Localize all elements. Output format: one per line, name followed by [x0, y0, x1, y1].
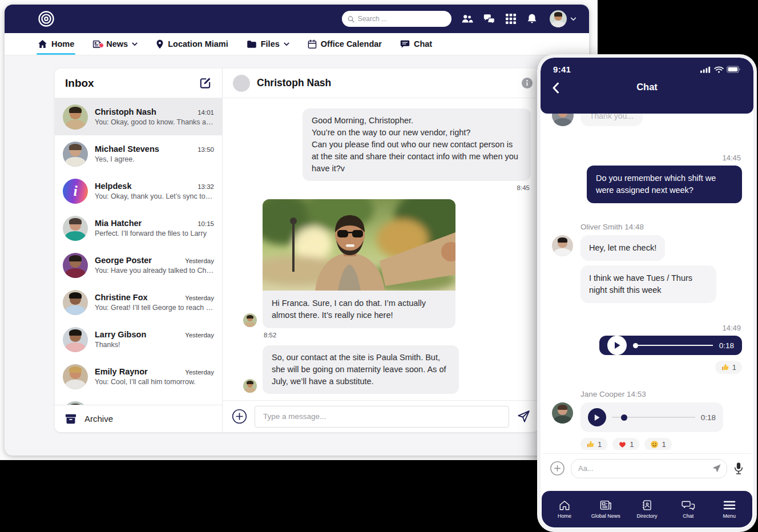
nav-item-chat[interactable]: Chat: [400, 33, 432, 55]
message-preview: Perfect. I’ll forward the files to Larry: [95, 229, 214, 237]
attach-plus-icon[interactable]: [232, 409, 247, 424]
directory-icon: [641, 499, 653, 511]
message-bubble: Hi Franca. Sure, I can do that. I’m actu…: [263, 291, 455, 328]
send-icon[interactable]: [517, 409, 531, 424]
phone-nav-home[interactable]: Home: [547, 499, 582, 519]
message-preview: You: Have you already talked to Christin…: [95, 267, 214, 275]
heart-icon: [618, 440, 627, 449]
folder-icon: [247, 40, 257, 49]
notifications-bell-icon[interactable]: [526, 13, 538, 25]
inbox-item-mia-hatcher[interactable]: Mia Hatcher10:15 Perfect. I’ll forward t…: [55, 209, 222, 247]
avatar: [243, 313, 257, 327]
inbox-item-christoph-nash[interactable]: Christoph Nash14:01 You: Okay, good to k…: [55, 98, 222, 135]
reaction-heart[interactable]: 1: [612, 438, 639, 450]
reaction-thumbs-up[interactable]: 1: [580, 438, 607, 450]
inbox-item-shane-mendez[interactable]: Shane Mendez05/17: [55, 395, 222, 405]
location-pin-icon: [156, 39, 164, 49]
top-navigation-bar: [5, 5, 589, 33]
audio-duration: 0:18: [719, 341, 734, 350]
phone-input-bar: [543, 453, 751, 483]
app-logo-target-icon[interactable]: [37, 9, 56, 29]
attach-plus-icon[interactable]: [550, 461, 565, 476]
reaction-count: 1: [598, 440, 602, 449]
audio-progress[interactable]: [633, 343, 713, 348]
phone-nav-label: Home: [558, 513, 571, 519]
info-icon[interactable]: [521, 77, 533, 89]
message-input[interactable]: [255, 406, 509, 428]
sender-label: Oliver Smith 14:48: [580, 223, 742, 231]
search-input[interactable]: [358, 15, 446, 23]
phone-nav-label: Directory: [636, 513, 657, 519]
message-time: Yesterday: [185, 257, 214, 264]
nav-item-home[interactable]: Home: [38, 33, 74, 55]
play-button[interactable]: [588, 408, 606, 426]
chevron-down-icon: [284, 42, 289, 46]
contact-name: Helpdesk: [95, 182, 131, 191]
inbox-item-christine-fox[interactable]: Christine FoxYesterday You: Great! I’ll …: [55, 284, 222, 321]
compose-icon[interactable]: [199, 76, 212, 90]
user-menu[interactable]: [550, 10, 576, 27]
phone-nav-menu[interactable]: Menu: [712, 499, 747, 519]
phone-page-title: Chat: [636, 82, 658, 92]
microphone-icon[interactable]: [733, 461, 744, 475]
reaction-count: 1: [732, 363, 736, 372]
archive-button[interactable]: Archive: [55, 405, 222, 432]
apps-grid-icon[interactable]: [505, 13, 517, 25]
contacts-icon[interactable]: [461, 13, 473, 25]
chat-header-avatar: [233, 75, 250, 92]
phone-nav-chat[interactable]: Chat: [671, 499, 706, 519]
desktop-app-window: Home News Locatio: [5, 5, 589, 456]
message-time: Yesterday: [185, 369, 214, 376]
status-time: 9:41: [553, 65, 571, 74]
global-search[interactable]: [342, 11, 451, 27]
message-time: Yesterday: [185, 332, 214, 338]
phone-bottom-nav: Home Global News: [542, 491, 752, 527]
message-outgoing: Do you remember which shift we were assi…: [587, 166, 742, 203]
nav-item-files[interactable]: Files: [247, 33, 289, 55]
nav-item-office-calendar[interactable]: Office Calendar: [308, 33, 382, 55]
home-icon: [558, 499, 571, 511]
newspaper-icon: [599, 499, 612, 511]
inbox-item-helpdesk[interactable]: i Helpdesk13:32 You: Okay, thank you. Le…: [55, 172, 222, 209]
contact-name: Christoph Nash: [95, 107, 156, 116]
message-incoming-group: Hey, let me check! I think we have Tues …: [552, 235, 742, 303]
inbox-title: Inbox: [65, 77, 94, 90]
send-icon[interactable]: [712, 464, 721, 473]
wifi-icon: [714, 66, 724, 73]
message-bubble: Thank you...: [580, 114, 643, 126]
user-avatar: [550, 10, 567, 27]
phone-chat-messages: Thank you... 14:45 Do you remember which…: [541, 114, 753, 450]
message-bubble: So, our contact at the site is Paula Smi…: [263, 345, 459, 394]
play-button[interactable]: [607, 336, 627, 355]
audio-progress[interactable]: [612, 414, 695, 421]
nav-item-location[interactable]: Location Miami: [156, 33, 228, 55]
chevron-down-icon: [132, 42, 138, 46]
nav-item-news[interactable]: News: [92, 33, 138, 55]
avatar: [63, 142, 88, 167]
messages-icon[interactable]: [483, 13, 495, 25]
nav-item-label: Office Calendar: [321, 39, 382, 49]
reaction-thumbs-up[interactable]: 1: [715, 361, 742, 374]
avatar: [552, 402, 573, 424]
back-icon[interactable]: [552, 82, 559, 94]
inbox-item-michael-stevens[interactable]: Michael Stevens13:50 Yes, I agree.: [55, 135, 222, 172]
reaction-smile[interactable]: 1: [644, 438, 671, 450]
mobile-phone-frame: 9:41: [537, 54, 757, 532]
selfie-photo[interactable]: [263, 199, 455, 291]
inbox-item-george-poster[interactable]: George PosterYesterday You: Have you alr…: [55, 247, 222, 284]
avatar: [552, 114, 574, 126]
inbox-item-emily-raynor[interactable]: Emily RaynorYesterday You: Cool, I’ll ca…: [55, 358, 222, 395]
message-time: 8:52: [264, 332, 530, 338]
message-time: 10:15: [197, 220, 214, 227]
nav-item-label: Location Miami: [168, 39, 228, 49]
message-preview: You: Okay, good to know. Thanks again!: [95, 118, 214, 126]
message-preview: Yes, I agree.: [95, 155, 214, 163]
thumbs-up-icon: [721, 363, 729, 372]
message-preview: You: Great! I’ll tell George to reach ou…: [95, 304, 214, 312]
phone-nav-directory[interactable]: Directory: [629, 499, 664, 519]
avatar: [63, 290, 88, 315]
phone-nav-global-news[interactable]: Global News: [588, 499, 623, 519]
inbox-item-larry-gibson[interactable]: Larry GibsonYesterday Thanks!: [55, 321, 222, 358]
phone-message-input[interactable]: [571, 459, 727, 478]
message-time: 13:50: [197, 146, 214, 153]
